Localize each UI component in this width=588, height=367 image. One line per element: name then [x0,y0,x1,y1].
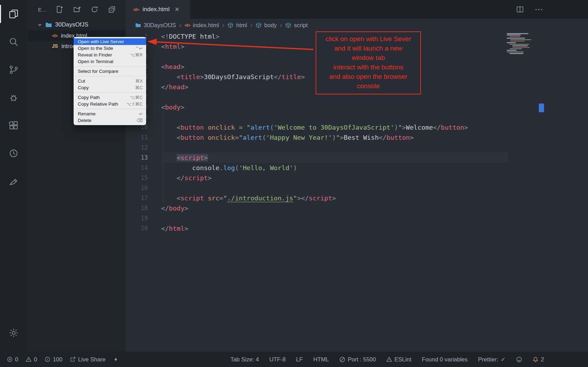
warning-icon [26,357,31,362]
code-token: script [181,194,204,202]
menu-item-reveal-in-finder[interactable]: Reveal in Finder⌥⌘R [74,52,146,58]
js-file-icon: JS [52,43,58,49]
encoding-status[interactable]: UTF-8 [269,356,286,363]
code-line-text: </body> [161,203,508,213]
folder-icon [136,23,141,27]
debug-icon[interactable] [0,84,27,112]
line-number[interactable]: 20 [126,223,148,234]
minimap-line [510,44,529,45]
code-line[interactable]: 17 <script src="./introduction.js"></scr… [126,193,588,203]
code-token: " [247,124,250,131]
tab-size-status[interactable]: Tab Size: 4 [231,356,259,363]
breadcrumb-symbol-html[interactable]: html [227,22,247,29]
info-status[interactable]: 100 [45,356,62,363]
lightning-icon [113,357,119,362]
new-folder-icon[interactable] [73,6,81,13]
menu-item-rename[interactable]: Rename↩ [74,110,146,117]
language-label: HTML [313,356,329,363]
feedback-status[interactable] [516,357,522,362]
tab-index-html[interactable]: </> index.html × [126,0,190,19]
eol-status[interactable]: LF [296,356,303,363]
extensions-icon[interactable] [0,112,27,139]
source-control-icon[interactable] [0,56,27,84]
language-mode-status[interactable]: HTML [313,356,329,363]
menu-item-open-in-terminal[interactable]: Open in Terminal [74,58,146,65]
bolt-status[interactable] [113,357,119,362]
code-token: " [398,124,402,131]
menu-item-cut[interactable]: Cut⌘X [74,78,146,84]
code-token: html [169,225,184,232]
menu-item-shortcut: ⌘C [135,85,143,90]
port-label: Port : 5500 [348,356,376,363]
line-number[interactable]: 16 [126,183,148,193]
smiley-icon [516,357,522,362]
menu-item-copy-relative-path[interactable]: Copy Relative Path⌥⇧⌘C [74,101,146,107]
code-line[interactable]: 8<body> [126,102,588,112]
menu-item-copy[interactable]: Copy⌘C [74,84,146,91]
breadcrumb-label: script [294,22,308,29]
errors-status[interactable]: 0 [7,356,18,363]
code-line[interactable]: 13 <script> [126,153,588,163]
breadcrumb-symbol-script[interactable]: script [285,22,308,29]
tree-root-30daysofjs[interactable]: 30DaysOfJS [27,19,126,30]
code-token: = [235,134,239,141]
context-menu: Open with Live ServerOpen to the Side⌃↩R… [74,37,146,125]
code-line[interactable]: 12 [126,143,588,153]
line-number[interactable]: 11 [126,132,148,143]
line-number[interactable]: 19 [126,213,148,223]
settings-gear-icon[interactable] [0,319,27,347]
symbol-cube-icon [285,22,291,28]
code-line[interactable]: 20</html> [126,223,588,234]
code-line-text [161,143,508,153]
minimap[interactable] [507,33,539,54]
line-number[interactable]: 17 [126,193,148,203]
chevron-down-icon[interactable] [37,22,42,27]
breadcrumb-file[interactable]: </> index.html [184,22,219,29]
code-line[interactable]: 19 [126,213,588,223]
menu-item-select-for-compare[interactable]: Select for Compare [74,68,146,75]
code-line[interactable]: 16 [126,183,588,193]
breadcrumb-folder[interactable]: 30DaysOfJS [135,22,176,29]
line-number[interactable]: 12 [126,143,148,153]
menu-item-shortcut: ⌫ [136,118,143,123]
breadcrumb-symbol-body[interactable]: body [256,22,277,29]
code-line-text [161,183,508,193]
line-number[interactable]: 18 [126,203,148,213]
live-share-status[interactable]: Live Share [70,356,106,363]
line-number[interactable]: 14 [126,163,148,173]
code-line[interactable]: 10 <button onclick = "alert('Welcome to … [126,122,588,132]
variables-status[interactable]: Found 0 variables [422,356,468,363]
line-number[interactable]: 15 [126,173,148,183]
menu-item-open-with-live-server[interactable]: Open with Live Server [74,38,146,45]
menu-item-open-to-the-side[interactable]: Open to the Side⌃↩ [74,45,146,52]
port-status[interactable]: Port : 5500 [339,356,376,363]
code-line[interactable]: 18</body> [126,203,588,213]
prettier-status[interactable]: Prettier: ✓ [478,356,506,363]
line-number[interactable]: 13 [126,153,148,163]
menu-item-label: Copy Path [78,95,130,100]
eslint-status[interactable]: ESLint [386,356,412,363]
explorer-icon[interactable] [0,0,27,28]
pen-icon[interactable] [0,167,27,195]
code-token: ) [332,134,336,141]
refresh-icon[interactable] [91,6,98,13]
code-line[interactable]: 11 <button onclick="alert('Happy New Yea… [126,132,588,143]
live-share-label: Live Share [78,356,106,363]
close-tab-icon[interactable]: × [175,6,179,13]
collapse-all-icon[interactable] [108,6,116,13]
warnings-status[interactable]: 0 [26,356,37,363]
new-file-icon[interactable] [56,6,63,13]
search-icon[interactable] [0,28,27,56]
menu-item-copy-path[interactable]: Copy Path⌥⌘C [74,94,146,101]
clock-icon[interactable] [0,139,27,167]
menu-item-delete[interactable]: Delete⌫ [74,117,146,124]
code-line[interactable]: 14 console.log('Hello, World') [126,163,588,173]
split-editor-icon[interactable] [516,5,524,14]
code-token: " [293,194,297,202]
more-actions-icon[interactable]: ⋯ [535,5,543,14]
code-line[interactable]: 9 [126,112,588,122]
code-line[interactable]: 15 </script> [126,173,588,183]
notifications-status[interactable]: 2 [533,356,544,363]
breadcrumb-label: body [264,22,277,29]
annotation-box: click on open with Live Sever and it wil… [316,31,421,94]
